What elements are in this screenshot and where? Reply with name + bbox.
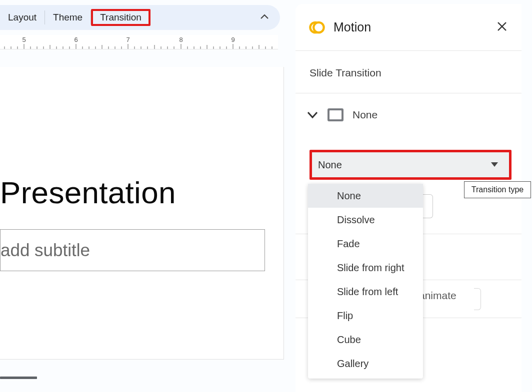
transition-type-value: None xyxy=(318,159,342,171)
slide-subtitle-box[interactable]: add subtitle xyxy=(0,229,265,271)
chevron-down-icon xyxy=(306,110,318,119)
ruler-mark: 5 xyxy=(22,36,26,43)
slide-canvas-area: Presentation add subtitle xyxy=(0,67,284,363)
transition-type-dropdown-wrap: None xyxy=(310,150,512,180)
ruler-mark: 9 xyxy=(231,36,234,43)
slide-transition-heading: Slide Transition xyxy=(296,51,522,93)
chevron-up-icon xyxy=(260,14,269,20)
close-icon xyxy=(496,21,508,32)
option-slide-from-right[interactable]: Slide from right xyxy=(308,256,423,280)
option-fade[interactable]: Fade xyxy=(308,232,423,256)
option-gallery[interactable]: Gallery xyxy=(308,352,423,376)
ruler-separator xyxy=(0,49,278,49)
ruler: 5 6 7 8 9 xyxy=(0,35,278,49)
svg-point-43 xyxy=(314,22,324,32)
toolbar: Layout Theme Transition xyxy=(0,5,280,30)
ruler-mark: 8 xyxy=(179,36,182,43)
theme-button[interactable]: Theme xyxy=(45,9,90,26)
hint-box-edge xyxy=(474,288,481,310)
ruler-mark: 7 xyxy=(126,36,130,43)
caret-down-icon xyxy=(491,162,498,167)
slide-thumb-icon xyxy=(326,107,344,122)
svg-marker-48 xyxy=(491,162,498,167)
slide-surface[interactable]: Presentation add subtitle xyxy=(0,67,284,360)
current-transition-label: None xyxy=(352,109,378,121)
svg-rect-47 xyxy=(330,110,342,119)
slide-thumb-indicator xyxy=(0,377,37,379)
option-cube[interactable]: Cube xyxy=(308,328,423,352)
editor-left-area: Layout Theme Transition 5 6 7 8 9 xyxy=(0,0,284,392)
transition-type-options: None Dissolve Fade Slide from right Slid… xyxy=(308,184,423,379)
option-dissolve[interactable]: Dissolve xyxy=(308,208,423,232)
toolbar-collapse-button[interactable] xyxy=(256,9,273,26)
slide-subtitle-placeholder: add subtitle xyxy=(0,240,90,260)
slide-title-text[interactable]: Presentation xyxy=(0,175,176,210)
motion-close-button[interactable] xyxy=(494,18,510,37)
option-none[interactable]: None xyxy=(308,184,423,208)
select-object-hint-fragment: animate xyxy=(419,290,456,302)
ruler-mark: 6 xyxy=(74,36,78,43)
option-flip[interactable]: Flip xyxy=(308,304,423,328)
transition-type-tooltip: Transition type xyxy=(464,181,531,198)
current-transition-row[interactable]: None xyxy=(296,93,522,136)
motion-title: Motion xyxy=(334,20,371,34)
motion-header: Motion xyxy=(296,4,522,51)
motion-logo-icon xyxy=(308,19,326,36)
option-slide-from-left[interactable]: Slide from left xyxy=(308,280,423,304)
transition-button[interactable]: Transition xyxy=(91,9,150,26)
layout-button[interactable]: Layout xyxy=(0,9,44,26)
transition-type-dropdown[interactable]: None xyxy=(310,150,512,180)
